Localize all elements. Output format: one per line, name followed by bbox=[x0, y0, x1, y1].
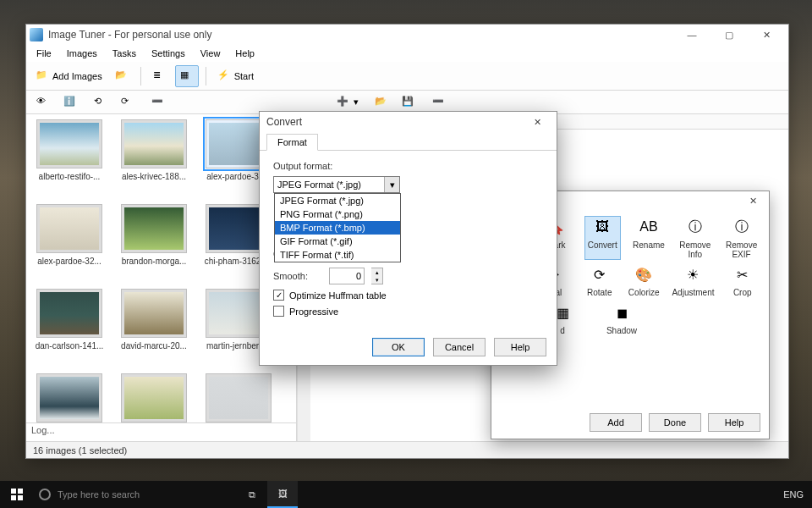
task-icon: ⓘ bbox=[683, 217, 707, 237]
taskbar: Type here to search ⧉ 🖼 ENG bbox=[0, 481, 812, 508]
rotate-left-button[interactable] bbox=[89, 91, 112, 113]
taskbar-app-icon[interactable]: 🖼 bbox=[267, 481, 298, 508]
tasks-help-button[interactable]: Help bbox=[708, 413, 760, 432]
remove-button[interactable] bbox=[146, 91, 170, 113]
smooth-spinner[interactable]: ▴▾ bbox=[371, 268, 383, 284]
thumbnail[interactable]: alberto-restifo-... bbox=[31, 119, 107, 197]
task-item-shadow[interactable]: ◼Shadow bbox=[598, 302, 645, 335]
maximize-button[interactable]: ▢ bbox=[710, 25, 748, 45]
rotate-left-icon bbox=[94, 96, 107, 109]
checkbox-icon: ✓ bbox=[273, 290, 284, 301]
open-icon: 📂 bbox=[375, 96, 388, 109]
task-item-crop[interactable]: ✂Crop bbox=[726, 264, 758, 297]
close-button[interactable]: ✕ bbox=[748, 25, 785, 45]
task-item-rotate[interactable]: ⟳Rotate bbox=[583, 264, 615, 297]
menu-images[interactable]: Images bbox=[60, 47, 104, 60]
task-item-convert[interactable]: 🖼Convert bbox=[585, 217, 620, 259]
menu-settings[interactable]: Settings bbox=[145, 47, 192, 60]
preview-button[interactable] bbox=[31, 91, 55, 113]
task-item-remove-exif[interactable]: ⓘRemoveEXIF bbox=[724, 217, 759, 259]
rotate-right-button[interactable]: ⟳ bbox=[116, 91, 140, 113]
task-save-button[interactable] bbox=[397, 91, 420, 113]
spin-down-icon[interactable]: ▾ bbox=[371, 276, 382, 284]
list-view-button[interactable] bbox=[148, 65, 172, 87]
thumbnail[interactable]: david-marcu-20... bbox=[116, 289, 192, 367]
task-remove-button[interactable] bbox=[427, 91, 451, 113]
grid-view-button[interactable] bbox=[175, 65, 199, 87]
thumbnail[interactable]: brandon-morga... bbox=[116, 204, 192, 282]
thumbnail-caption: alberto-restifo-... bbox=[39, 172, 101, 181]
task-item-remove-info[interactable]: ⓘRemoveInfo bbox=[678, 217, 712, 259]
task-label: Adjustment bbox=[672, 288, 714, 297]
thumbnail-image bbox=[124, 123, 184, 165]
thumbnail-image bbox=[40, 123, 99, 165]
menu-help[interactable]: Help bbox=[228, 47, 261, 60]
tasks-done-button[interactable]: Done bbox=[649, 413, 701, 432]
tasks-add-button[interactable]: Add bbox=[590, 413, 642, 432]
language-indicator[interactable]: ENG bbox=[783, 489, 812, 500]
task-add-button[interactable]: ▾ bbox=[332, 91, 363, 113]
task-icon: 🎨 bbox=[632, 264, 656, 284]
smooth-label: Smooth: bbox=[273, 271, 322, 281]
add-images-button[interactable]: Add Images bbox=[31, 65, 107, 87]
format-option[interactable]: GIF Format (*.gif) bbox=[275, 235, 400, 248]
task-item-adjustment[interactable]: ☀Adjustment bbox=[672, 264, 714, 297]
optimize-checkbox[interactable]: ✓ Optimize Huffman table bbox=[273, 290, 543, 301]
format-option[interactable]: JPEG Format (*.jpg) bbox=[275, 194, 400, 207]
format-option[interactable]: PNG Format (*.png) bbox=[275, 207, 400, 221]
task-label: d bbox=[560, 326, 565, 335]
convert-cancel-button[interactable]: Cancel bbox=[433, 338, 486, 356]
output-format-select[interactable]: JPEG Format (*.jpg) ▾ JPEG Format (*.jpg… bbox=[273, 176, 400, 193]
thumbnails-area: alberto-restifo-...ales-krivec-188...ale… bbox=[26, 114, 296, 422]
output-format-label: Output format: bbox=[273, 161, 349, 171]
thumbnail[interactable] bbox=[31, 373, 107, 422]
tasks-close-button[interactable]: ✕ bbox=[740, 192, 765, 209]
toolbar-main: Add Images Start bbox=[26, 62, 788, 91]
thumbnail-image bbox=[40, 207, 99, 250]
task-view-button[interactable]: ⧉ bbox=[237, 481, 267, 508]
thumbnail-image bbox=[124, 377, 184, 419]
task-item-colorize[interactable]: 🎨Colorize bbox=[628, 264, 660, 297]
taskbar-search[interactable]: Type here to search bbox=[34, 481, 237, 508]
task-item-rename[interactable]: ABRename bbox=[632, 217, 667, 259]
convert-tabstrip: Format bbox=[260, 132, 557, 151]
thumbnail[interactable] bbox=[116, 373, 192, 422]
task-label: Convert bbox=[588, 240, 617, 250]
thumbnail[interactable]: ales-krivec-188... bbox=[116, 119, 192, 197]
thumbnail-image bbox=[124, 292, 184, 334]
thumbnail[interactable]: alex-pardoe-32... bbox=[31, 204, 107, 282]
add-folder-button[interactable] bbox=[110, 65, 134, 87]
output-format-dropdown[interactable]: JPEG Format (*.jpg)PNG Format (*.png)BMP… bbox=[274, 193, 401, 262]
svg-rect-2 bbox=[11, 495, 16, 500]
format-option[interactable]: BMP Format (*.bmp) bbox=[275, 221, 400, 235]
smooth-input[interactable]: 0 bbox=[329, 268, 365, 284]
image-list-pane: alberto-restifo-...ales-krivec-188...ale… bbox=[26, 114, 297, 441]
start-button[interactable] bbox=[0, 481, 34, 508]
rotate-right-icon: ⟳ bbox=[121, 96, 134, 109]
task-label: Rename bbox=[633, 240, 665, 250]
convert-help-button[interactable]: Help bbox=[494, 338, 546, 356]
convert-ok-button[interactable]: OK bbox=[372, 338, 425, 356]
menu-view[interactable]: View bbox=[194, 47, 228, 60]
minimize-button[interactable]: — bbox=[673, 25, 710, 45]
progressive-checkbox[interactable]: Progressive bbox=[273, 306, 543, 317]
format-option[interactable]: TIFF Format (*.tif) bbox=[275, 248, 400, 262]
task-open-button[interactable]: 📂 bbox=[370, 91, 393, 113]
menu-tasks[interactable]: Tasks bbox=[106, 47, 143, 60]
thumbnail[interactable]: dan-carlson-141... bbox=[31, 289, 107, 367]
spin-up-icon[interactable]: ▴ bbox=[371, 268, 382, 276]
menu-file[interactable]: File bbox=[30, 47, 58, 60]
log-label[interactable]: Log... bbox=[26, 422, 296, 441]
info-button[interactable] bbox=[58, 91, 82, 113]
thumbnail-image bbox=[40, 377, 99, 419]
thumbnail-caption: alex-pardoe-32... bbox=[37, 257, 102, 266]
thumbnail-caption: dan-carlson-141... bbox=[36, 341, 104, 351]
task-label: Rotate bbox=[587, 288, 612, 297]
tab-format[interactable]: Format bbox=[266, 134, 318, 151]
convert-close-button[interactable]: ✕ bbox=[524, 113, 550, 130]
search-placeholder: Type here to search bbox=[58, 489, 140, 500]
start-button[interactable]: Start bbox=[213, 65, 258, 87]
eye-icon bbox=[36, 96, 50, 109]
task-icon: ☀ bbox=[681, 264, 705, 284]
thumbnail[interactable] bbox=[200, 373, 277, 422]
